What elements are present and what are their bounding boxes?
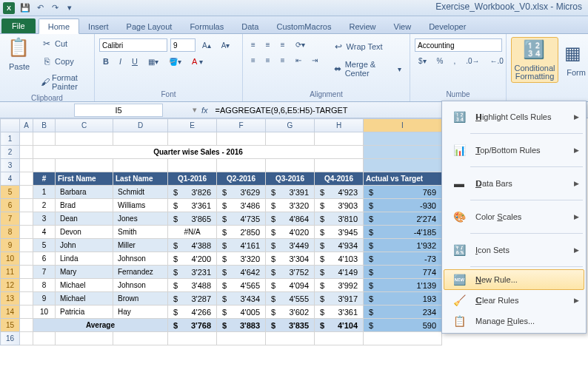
fx-icon[interactable]: fx <box>201 106 208 115</box>
table-row[interactable]: 6 2 Brad Williams $3'361 $3'486 $3'320 $… <box>1 199 442 212</box>
paste-button[interactable]: 📋Paste <box>4 36 34 72</box>
border-button[interactable]: ▦▾ <box>144 55 162 68</box>
tab-developer[interactable]: Developer <box>420 19 475 33</box>
tab-formulas[interactable]: Formulas <box>181 19 233 33</box>
table-row[interactable]: 11 7 Mary Fernandez $3'231 $4'642 $3'752… <box>1 266 442 279</box>
tab-data[interactable]: Data <box>233 19 267 33</box>
select-all-corner[interactable] <box>1 119 20 132</box>
save-icon[interactable]: 💾 <box>18 1 33 15</box>
th-q1: Q1-2016 <box>168 172 217 186</box>
tab-page-layout[interactable]: Page Layout <box>118 19 181 33</box>
col-header[interactable]: I <box>364 119 442 132</box>
conditional-formatting-button[interactable]: 🔢 Conditional Formatting <box>511 37 558 83</box>
name-box[interactable]: I5 <box>74 104 163 117</box>
undo-icon[interactable]: ↶ <box>33 1 47 15</box>
row-header[interactable]: 13 <box>1 292 20 306</box>
align-left-icon[interactable]: ≡ <box>247 54 259 67</box>
cut-button[interactable]: ✂Cut <box>37 36 90 52</box>
col-header[interactable]: F <box>217 119 266 132</box>
col-header[interactable]: B <box>33 119 56 132</box>
number-format-select[interactable] <box>415 38 502 52</box>
brush-icon: 🖌 <box>41 76 50 88</box>
merge-center-button[interactable]: ⬌Merge & Center ▾ <box>329 58 405 80</box>
row-header[interactable]: 2 <box>1 146 20 159</box>
italic-button[interactable]: I <box>116 55 125 68</box>
row-header[interactable]: 3 <box>1 159 20 172</box>
font-color-button[interactable]: A▾ <box>188 55 207 68</box>
align-middle-icon[interactable]: ≡ <box>262 38 274 51</box>
table-row[interactable]: 12 8 Michael Johnson $3'488 $4'565 $4'09… <box>1 279 442 292</box>
paste-icon: 📋 <box>7 37 31 61</box>
menu-manage-rules[interactable]: 📋Manage Rules... <box>444 311 584 331</box>
row-header[interactable]: 8 <box>1 226 20 239</box>
menu-clear-rules[interactable]: 🧹CClear Rules▶ <box>444 290 584 311</box>
copy-button[interactable]: ⎘Copy <box>37 53 90 70</box>
group-font-label: Font <box>99 90 238 100</box>
increase-decimal-icon[interactable]: .0→ <box>462 55 483 67</box>
table-row[interactable]: 10 6 Linda Johnson $4'200 $3'320 $3'304 … <box>1 252 442 266</box>
menu-color-scales[interactable]: 🎨Color Scales▶ <box>444 203 584 231</box>
orientation-icon[interactable]: ⟳▾ <box>292 38 309 51</box>
font-name-select[interactable] <box>99 38 167 52</box>
align-bottom-icon[interactable]: ≡ <box>277 38 289 51</box>
group-clipboard-label: Clipboard <box>4 93 90 104</box>
format-painter-button[interactable]: 🖌Format Painter <box>37 71 90 93</box>
row-header[interactable]: 7 <box>1 212 20 226</box>
row-header[interactable]: 5 <box>1 186 20 199</box>
col-header[interactable]: A <box>20 119 33 132</box>
tab-review[interactable]: Review <box>340 19 384 33</box>
increase-indent-icon[interactable]: ⇥ <box>308 54 321 67</box>
namebox-dropdown-icon[interactable]: ▾ <box>193 105 197 115</box>
redo-icon[interactable]: ↷ <box>47 1 62 15</box>
th-num: # <box>33 172 56 186</box>
accounting-format-icon[interactable]: $▾ <box>415 55 430 67</box>
wrap-text-button[interactable]: ↩Wrap Text <box>329 38 405 55</box>
decrease-font-icon[interactable]: A▾ <box>218 39 234 52</box>
col-header[interactable]: E <box>168 119 217 132</box>
menu-top-bottom[interactable]: 📊TTop/Bottom Rules▶ <box>444 136 584 164</box>
table-row[interactable]: 7 3 Dean Jones $3'865 $4'735 $4'864 $3'8… <box>1 212 442 226</box>
row-header[interactable]: 10 <box>1 252 20 266</box>
col-header[interactable]: H <box>315 119 364 132</box>
decrease-decimal-icon[interactable]: ←.0 <box>487 55 507 67</box>
font-size-select[interactable] <box>170 38 196 52</box>
align-right-icon[interactable]: ≡ <box>277 54 289 67</box>
underline-button[interactable]: U <box>128 55 141 68</box>
menu-data-bars[interactable]: ▬DData Bars▶ <box>444 169 584 198</box>
row-header[interactable]: 14 <box>1 306 20 319</box>
tab-home[interactable]: Home <box>39 18 79 34</box>
bold-button[interactable]: B <box>99 55 113 68</box>
menu-highlight-cells[interactable]: 🔢HHighlight Cells Rules▶ <box>444 103 584 131</box>
comma-format-icon[interactable]: , <box>450 55 459 67</box>
col-header[interactable]: C <box>56 119 113 132</box>
align-top-icon[interactable]: ≡ <box>247 38 259 51</box>
menu-new-rule[interactable]: 🆕NNew Rule... <box>444 269 584 290</box>
table-row[interactable]: 5 1 Barbara Schmidt $3'826 $3'629 $3'391… <box>1 186 442 199</box>
tab-view[interactable]: View <box>385 19 421 33</box>
decrease-indent-icon[interactable]: ⇤ <box>292 54 305 67</box>
format-as-table-button[interactable]: ▦ Form <box>561 41 588 78</box>
row-header[interactable]: 16 <box>1 332 20 345</box>
tab-custommacros[interactable]: CustomMacros <box>267 19 340 33</box>
row-header[interactable]: 15 <box>1 319 20 332</box>
row-header[interactable]: 6 <box>1 199 20 212</box>
row-header[interactable]: 1 <box>1 132 20 146</box>
align-center-icon[interactable]: ≡ <box>262 54 274 67</box>
row-header[interactable]: 11 <box>1 266 20 279</box>
col-header[interactable]: D <box>113 119 168 132</box>
tab-insert[interactable]: Insert <box>79 19 118 33</box>
percent-format-icon[interactable]: % <box>433 55 447 67</box>
table-row[interactable]: 9 5 John Miller $4'388 $4'161 $3'449 $4'… <box>1 239 442 252</box>
row-header[interactable]: 12 <box>1 279 20 292</box>
menu-icon-sets[interactable]: 🔣IIcon Sets▶ <box>444 236 584 264</box>
increase-font-icon[interactable]: A▴ <box>198 39 215 52</box>
row-header[interactable]: 9 <box>1 239 20 252</box>
table-row[interactable]: 13 9 Michael Brown $3'287 $3'434 $4'555 … <box>1 292 442 306</box>
fill-color-button[interactable]: 🪣▾ <box>165 55 185 68</box>
col-header[interactable]: G <box>266 119 315 132</box>
row-header[interactable]: 4 <box>1 172 20 186</box>
qat-more-icon[interactable]: ▾ <box>62 1 77 15</box>
tab-file[interactable]: File <box>1 18 36 33</box>
table-row[interactable]: 8 4 Devon Smith #N/A $2'850 $4'020 $3'94… <box>1 226 442 239</box>
table-row[interactable]: 14 10 Patricia Hay $4'266 $4'005 $3'602 … <box>1 306 442 319</box>
